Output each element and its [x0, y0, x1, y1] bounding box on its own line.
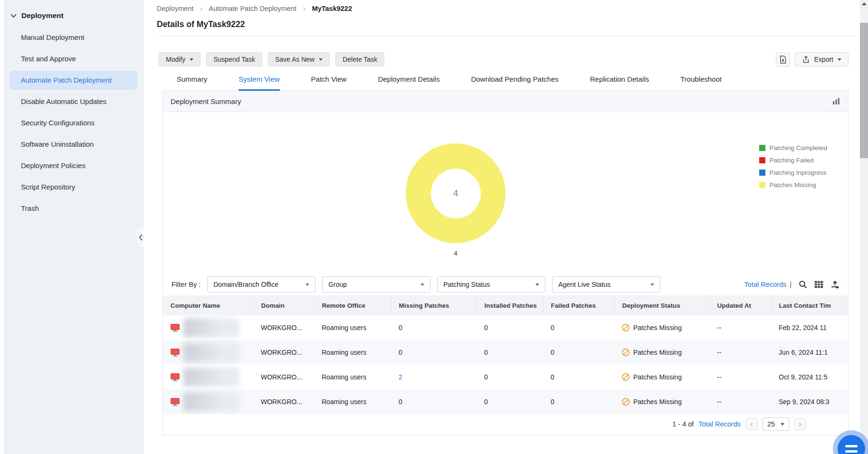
records-toolbar: Total Records |: [744, 280, 839, 289]
search-button[interactable]: [799, 280, 807, 289]
filter-select-patching-status[interactable]: Patching Status: [437, 276, 545, 293]
legend-swatch-patching-failed: [759, 157, 765, 163]
column-header-failed-patches[interactable]: Failed Patches: [543, 295, 614, 315]
chat-menu-icon: [845, 445, 858, 447]
save-as-new-button[interactable]: Save As New: [268, 52, 330, 66]
next-page-button[interactable]: ›: [794, 418, 806, 430]
pagination-range: 1 - 4 of: [672, 420, 694, 428]
modify-button[interactable]: Modify: [159, 52, 200, 66]
sidebar-item-software-uninstallation[interactable]: Software Uninstallation: [10, 135, 137, 154]
save-view-button[interactable]: [830, 281, 839, 289]
legend-item-patches-missing[interactable]: Patches Missing: [759, 181, 827, 189]
cell-domain: WORKGRO...: [253, 389, 314, 414]
column-header-updated-at[interactable]: Updated At: [709, 295, 771, 315]
export-button[interactable]: Export: [795, 52, 849, 66]
breadcrumb-deployment[interactable]: Deployment: [157, 5, 193, 12]
legend-item-patching-completed[interactable]: Patching Completed: [759, 144, 827, 151]
tab-patch-view[interactable]: Patch View: [311, 75, 347, 91]
cell-deployment-status: Patches Missing: [614, 365, 709, 389]
column-header-last-contact-tim[interactable]: Last Contact Tim: [771, 295, 848, 315]
suspend-task-label: Suspend Task: [213, 56, 255, 63]
tab-summary[interactable]: Summary: [177, 75, 207, 91]
tab-replication-details[interactable]: Replication Details: [590, 75, 649, 91]
cell-domain: WORKGRO...: [253, 315, 314, 340]
cell-failed-patches: 0: [543, 365, 614, 389]
donut-slice-value: 4: [406, 250, 506, 257]
sidebar-item-automate-patch-deployment[interactable]: Automate Patch Deployment: [10, 71, 137, 90]
sidebar-item-script-repository[interactable]: Script Repository: [10, 178, 137, 197]
cell-installed-patches: 0: [477, 315, 543, 340]
column-header-computer-name[interactable]: Computer Name: [163, 295, 253, 315]
sidebar-item-trash[interactable]: Trash: [10, 199, 137, 218]
sidebar-section-deployment[interactable]: Deployment: [4, 0, 143, 26]
system-view-panel: Deployment Summary 4 4 Patching Complete…: [162, 91, 849, 435]
tab-deployment-details[interactable]: Deployment Details: [378, 75, 439, 91]
tab-system-view[interactable]: System View: [238, 75, 279, 91]
table-row: WORKGRO...Roaming users000Patches Missin…: [163, 389, 848, 414]
scrollbar-thumb[interactable]: [860, 23, 868, 158]
legend-item-patching-failed[interactable]: Patching Failed: [759, 157, 827, 164]
filter-select-domain-branch-office[interactable]: Domain/Branch Office: [207, 276, 315, 293]
pagination-total-records-link[interactable]: Total Records: [698, 420, 741, 428]
sidebar-item-disable-automatic-updates[interactable]: Disable Automatic Updates: [10, 92, 137, 111]
chevron-right-icon: ›: [799, 420, 801, 428]
column-header-deployment-status[interactable]: Deployment Status: [614, 295, 709, 315]
column-header-installed-patches[interactable]: Installed Patches: [477, 295, 543, 315]
page-size-select[interactable]: 25: [763, 417, 789, 431]
caret-down-icon: [650, 284, 654, 286]
scroll-up-icon: [862, 2, 867, 5]
bar-chart-icon[interactable]: [832, 98, 840, 105]
column-header-domain[interactable]: Domain: [253, 295, 314, 315]
sidebar-item-test-and-approve[interactable]: Test and Approve: [10, 49, 137, 68]
scroll-up-button[interactable]: [860, 0, 868, 8]
cell-missing-patches: 0: [391, 389, 477, 414]
sidebar-item-manual-deployment[interactable]: Manual Deployment: [10, 28, 137, 47]
legend-label-patching-inprogress: Patching Inprogress: [769, 169, 826, 176]
sidebar-section-label: Deployment: [21, 11, 64, 20]
missing-patches-link[interactable]: 2: [399, 373, 402, 381]
legend-swatch-patches-missing: [759, 182, 765, 188]
tab-download-pending-patches[interactable]: Download Pending Patches: [471, 75, 558, 91]
total-records-link[interactable]: Total Records: [744, 281, 787, 288]
page-size-value: 25: [767, 420, 775, 428]
deployment-status-label: Patches Missing: [633, 349, 682, 356]
legend-swatch-patching-inprogress: [759, 170, 765, 176]
records-separator: |: [790, 281, 792, 288]
breadcrumb-current-task: MyTask9222: [312, 5, 352, 12]
filter-bar: Filter By : Domain/Branch OfficeGroupPat…: [163, 274, 848, 295]
donut-chart[interactable]: 4: [406, 143, 506, 243]
save-as-new-label: Save As New: [275, 56, 315, 63]
computer-icon: [171, 324, 180, 332]
delete-task-button[interactable]: Delete Task: [335, 52, 384, 66]
cell-remote-office: Roaming users: [314, 365, 391, 389]
patches-missing-icon: [622, 349, 630, 356]
table-row: WORKGRO...Roaming users000Patches Missin…: [163, 340, 848, 365]
cell-last-contact-time: Sep 9, 2024 08:3: [771, 389, 848, 414]
title-divider: [157, 36, 857, 36]
legend-item-patching-inprogress[interactable]: Patching Inprogress: [759, 169, 827, 176]
cell-remote-office: Roaming users: [314, 340, 391, 365]
filter-select-group[interactable]: Group: [322, 276, 430, 293]
vertical-scrollbar: [860, 0, 868, 454]
suspend-task-button[interactable]: Suspend Task: [206, 52, 262, 66]
cell-computer-name: [163, 315, 253, 340]
sidebar-item-security-configurations[interactable]: Security Configurations: [10, 114, 137, 132]
deployment-status-label: Patches Missing: [633, 398, 682, 406]
column-header-remote-office[interactable]: Remote Office: [314, 295, 391, 315]
breadcrumb-automate-patch-deployment[interactable]: Automate Patch Deployment: [209, 5, 296, 12]
cell-computer-name: [163, 365, 253, 389]
cell-failed-patches: 0: [543, 340, 614, 365]
cell-domain: WORKGRO...: [253, 365, 314, 389]
column-header-missing-patches[interactable]: Missing Patches: [391, 295, 477, 315]
sidebar-item-deployment-policies[interactable]: Deployment Policies: [10, 156, 137, 175]
systems-table: Computer NameDomainRemote OfficeMissing …: [163, 295, 848, 414]
cell-installed-patches: 0: [477, 340, 543, 365]
table-row: WORKGRO...Roaming users000Patches Missin…: [163, 315, 848, 340]
deployment-summary-title: Deployment Summary: [171, 97, 241, 105]
filter-select-agent-live-status[interactable]: Agent Live Status: [552, 276, 660, 293]
document-download-button[interactable]: [776, 52, 790, 66]
tab-troubleshoot[interactable]: Troubleshoot: [680, 75, 722, 91]
cell-missing-patches: 0: [391, 315, 477, 340]
grid-view-button[interactable]: [814, 281, 823, 288]
prev-page-button[interactable]: ‹: [745, 418, 758, 430]
